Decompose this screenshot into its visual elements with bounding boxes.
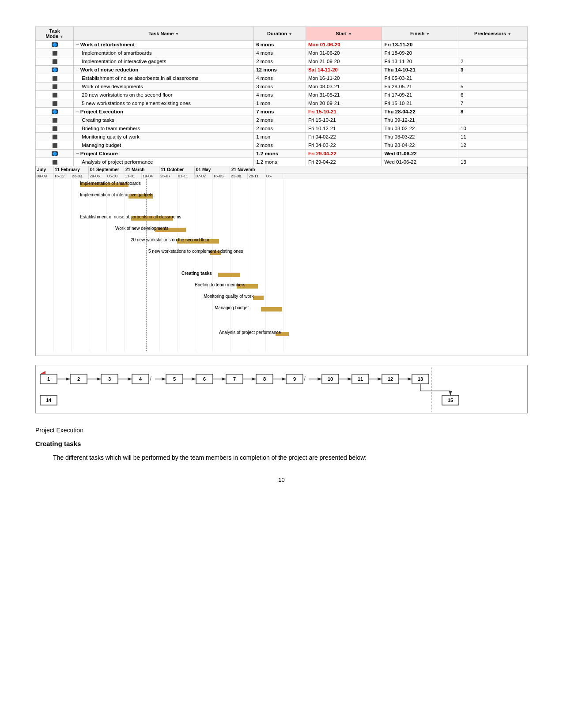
week-13: 28-11 bbox=[248, 173, 265, 179]
start-cell: Sat 14-11-20 bbox=[306, 66, 382, 74]
predecessors-cell bbox=[458, 150, 528, 158]
predecessors-cell: 13 bbox=[458, 158, 528, 166]
task-name-cell: – Project Closure bbox=[74, 150, 254, 158]
week-1: 09-09 bbox=[36, 173, 53, 179]
task-mode-cell: ⬛ bbox=[36, 133, 74, 141]
section-title: Project Execution bbox=[35, 427, 528, 434]
week-3: 23-03 bbox=[71, 173, 89, 179]
svg-text:/: / bbox=[150, 375, 151, 383]
week-8: 26-07 bbox=[159, 173, 177, 179]
task-mode-cell: ⬛ bbox=[36, 57, 74, 66]
task-name-cell: Creating tasks bbox=[74, 116, 254, 124]
task-name-cell: – Work of noise reduction bbox=[74, 66, 254, 74]
label-smartboards: Implementation of smartboards bbox=[80, 181, 141, 186]
finish-cell: Wed 01-06-22 bbox=[382, 158, 458, 166]
start-cell: Mon 21-09-20 bbox=[306, 57, 382, 66]
task-mode-cell: ⬛ bbox=[36, 158, 74, 166]
svg-text:3: 3 bbox=[108, 376, 111, 382]
task-mode-icon: ⬛ bbox=[52, 160, 57, 165]
month-may: 01 May bbox=[195, 166, 230, 173]
task-name-cell: – Project Execution bbox=[74, 108, 254, 116]
task-mode-icon: ⬛ bbox=[52, 93, 57, 98]
finish-cell: Fri 15-10-21 bbox=[382, 99, 458, 108]
task-name-cell: Implementation of smartboards bbox=[74, 49, 254, 57]
col-task-mode[interactable]: TaskMode ▼ bbox=[36, 27, 74, 41]
bar-creating bbox=[218, 273, 240, 277]
week-7: 19-04 bbox=[142, 173, 159, 179]
predecessors-cell: 6 bbox=[458, 91, 528, 99]
col-task-name[interactable]: Task Name ▼ bbox=[74, 27, 254, 41]
finish-cell: Fri 13-11-20 bbox=[382, 57, 458, 66]
svg-text:14: 14 bbox=[46, 398, 52, 403]
task-mode-cell: ⬛ bbox=[36, 49, 74, 57]
duration-cell: 1.2 mons bbox=[254, 158, 306, 166]
duration-cell: 6 mons bbox=[254, 41, 306, 49]
week-6: 11-01 bbox=[124, 173, 142, 179]
predecessors-cell bbox=[458, 41, 528, 49]
finish-cell: Wed 01-06-22 bbox=[382, 150, 458, 158]
duration-cell: 3 mons bbox=[254, 83, 306, 91]
week-2: 16-12 bbox=[53, 173, 71, 179]
col-duration[interactable]: Duration ▼ bbox=[254, 27, 306, 41]
start-cell: Mon 08-03-21 bbox=[306, 83, 382, 91]
task-name-cell: 5 new workstations to complement existin… bbox=[74, 99, 254, 108]
network-diagram: 1 2 3 4 / 5 6 bbox=[35, 365, 528, 413]
col-predecessors[interactable]: Predecessors ▼ bbox=[458, 27, 528, 41]
finish-cell: Fri 13-11-20 bbox=[382, 41, 458, 49]
duration-cell: 4 mons bbox=[254, 91, 306, 99]
label-briefing: Briefing to team members bbox=[195, 282, 246, 287]
network-svg: 1 2 3 4 / 5 6 bbox=[36, 365, 528, 413]
task-name-cell: Implementation of interactive gadgets bbox=[74, 57, 254, 66]
col-start[interactable]: Start ▼ bbox=[306, 27, 382, 41]
finish-cell: Thu 14-10-21 bbox=[382, 66, 458, 74]
svg-text:12: 12 bbox=[388, 376, 393, 382]
task-name-cell: Briefing to team members bbox=[74, 124, 254, 133]
week-4: 29-06 bbox=[89, 173, 106, 179]
label-creating: Creating tasks bbox=[181, 271, 212, 276]
summary-icon: 🔷 bbox=[52, 68, 58, 72]
duration-cell: 2 mons bbox=[254, 116, 306, 124]
task-mode-cell: ⬛ bbox=[36, 116, 74, 124]
duration-cell: 12 mons bbox=[254, 66, 306, 74]
month-november: 21 Novemb bbox=[230, 166, 265, 173]
finish-cell: Fri 28-05-21 bbox=[382, 83, 458, 91]
duration-cell: 2 mons bbox=[254, 124, 306, 133]
svg-text:15: 15 bbox=[448, 398, 453, 403]
week-5: 05-10 bbox=[106, 173, 124, 179]
col-finish[interactable]: Finish ▼ bbox=[382, 27, 458, 41]
svg-text:6: 6 bbox=[203, 376, 206, 382]
summary-icon: 🔷 bbox=[52, 109, 58, 114]
finish-cell: Thu 28-04-22 bbox=[382, 108, 458, 116]
svg-text:2: 2 bbox=[77, 376, 80, 382]
task-mode-cell: ⬛ bbox=[36, 91, 74, 99]
finish-cell: Thu 03-03-22 bbox=[382, 133, 458, 141]
start-cell: Mon 01-06-20 bbox=[306, 41, 382, 49]
start-cell: Fri 15-10-21 bbox=[306, 108, 382, 116]
task-name-cell: – Work of refurbishment bbox=[74, 41, 254, 49]
bar-monitoring bbox=[253, 296, 264, 300]
duration-cell: 2 mons bbox=[254, 141, 306, 150]
task-mode-cell: 🔷 bbox=[36, 66, 74, 74]
predecessors-cell: 10 bbox=[458, 124, 528, 133]
svg-text:8: 8 bbox=[263, 376, 266, 382]
month-september: 01 September bbox=[89, 166, 124, 173]
predecessors-cell: 3 bbox=[458, 66, 528, 74]
duration-cell: 1 mon bbox=[254, 99, 306, 108]
finish-cell: Thu 28-04-22 bbox=[382, 141, 458, 150]
svg-text:/: / bbox=[304, 375, 306, 383]
start-cell: Fri 29-04-22 bbox=[306, 158, 382, 166]
task-mode-cell: 🔷 bbox=[36, 41, 74, 49]
page-number: 10 bbox=[35, 477, 528, 483]
task-mode-cell: ⬛ bbox=[36, 99, 74, 108]
month-october: 11 October bbox=[159, 166, 195, 173]
task-name-cell: 20 new workstations on the second floor bbox=[74, 91, 254, 99]
svg-text:7: 7 bbox=[233, 376, 236, 382]
label-noise-absorbents: Establishment of noise absorbents in all… bbox=[80, 214, 181, 219]
svg-marker-49 bbox=[40, 371, 45, 374]
week-14: 06- bbox=[265, 173, 283, 179]
task-mode-cell: ⬛ bbox=[36, 141, 74, 150]
start-cell: Mon 16-11-20 bbox=[306, 74, 382, 83]
month-july: July bbox=[36, 166, 53, 173]
duration-cell: 7 mons bbox=[254, 108, 306, 116]
page: TaskMode ▼ Task Name ▼ Duration ▼ Start … bbox=[0, 0, 563, 728]
